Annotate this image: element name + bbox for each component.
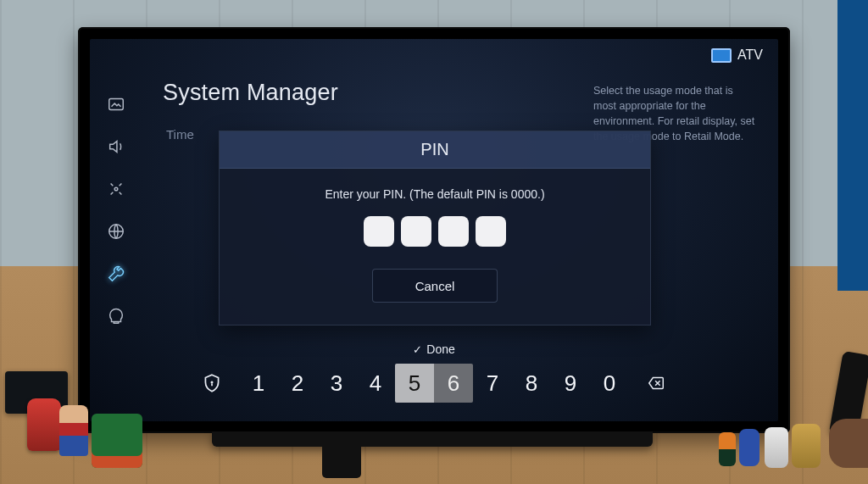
scene: ATV System Manager Time Select the usage… — [0, 0, 868, 484]
system-icon[interactable] — [107, 264, 125, 283]
backspace-icon[interactable] — [638, 365, 674, 401]
prop-figure-blue — [739, 429, 760, 466]
pin-digit-4[interactable] — [476, 216, 506, 247]
support-icon[interactable] — [107, 307, 125, 325]
cancel-button[interactable]: Cancel — [372, 269, 498, 303]
pin-dialog: PIN Enter your PIN. (The default PIN is … — [219, 131, 651, 325]
prop-figure-white — [765, 427, 788, 468]
broadcast-icon[interactable] — [107, 180, 125, 198]
pin-digit-1[interactable] — [364, 216, 394, 247]
dialog-title: PIN — [220, 131, 650, 169]
network-icon[interactable] — [107, 222, 125, 241]
numkey-8[interactable]: 8 — [512, 364, 551, 403]
done-hint: ✓Done — [90, 342, 778, 356]
numkey-6[interactable]: 6 — [434, 364, 473, 403]
page-title: System Manager — [163, 80, 338, 106]
numpad: 1234567890 — [239, 364, 629, 403]
numkey-2[interactable]: 2 — [278, 364, 317, 403]
prop-figure-gold — [792, 424, 821, 468]
number-row: 1234567890 — [90, 364, 778, 403]
pin-input-row — [220, 216, 650, 247]
done-label: Done — [426, 342, 454, 356]
privacy-shield-icon[interactable] — [194, 365, 230, 401]
numkey-0[interactable]: 0 — [590, 364, 629, 403]
check-icon: ✓ — [413, 343, 422, 356]
pin-digit-3[interactable] — [438, 216, 469, 247]
svg-point-1 — [114, 187, 118, 191]
numkey-3[interactable]: 3 — [317, 364, 356, 403]
sound-icon[interactable] — [107, 137, 125, 156]
picture-icon[interactable] — [107, 95, 125, 114]
numkey-1[interactable]: 1 — [239, 364, 278, 403]
numkey-5[interactable]: 5 — [395, 364, 434, 403]
prop-hand — [829, 419, 868, 468]
source-badge: ATV — [711, 47, 763, 63]
numkey-9[interactable]: 9 — [551, 364, 590, 403]
tv-stand — [212, 431, 653, 447]
prop-figure-red — [27, 398, 61, 451]
prop-figure-orange — [719, 432, 736, 466]
tv-screen: ATV System Manager Time Select the usage… — [90, 39, 778, 421]
prop-figure-strawhat — [59, 405, 88, 456]
tv-source-icon — [711, 48, 732, 63]
tv-frame: ATV System Manager Time Select the usage… — [78, 27, 790, 433]
prop-rubiks-cube — [322, 439, 361, 478]
svg-point-3 — [210, 381, 213, 383]
numkey-4[interactable]: 4 — [356, 364, 395, 403]
dialog-message: Enter your PIN. (The default PIN is 0000… — [220, 187, 650, 201]
menu-item-time[interactable]: Time — [166, 127, 194, 142]
prop-plant — [92, 414, 142, 468]
source-label: ATV — [737, 47, 763, 63]
pin-digit-2[interactable] — [401, 216, 431, 247]
numkey-7[interactable]: 7 — [473, 364, 512, 403]
settings-sidebar — [107, 95, 125, 325]
